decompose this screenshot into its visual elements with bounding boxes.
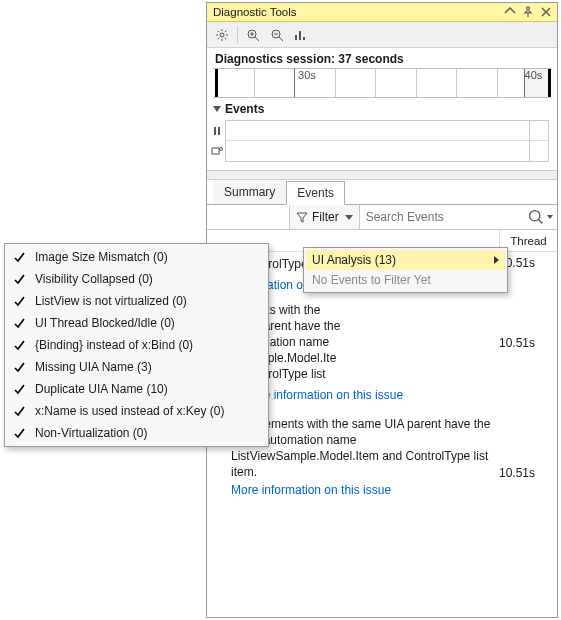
search-options-caret-icon[interactable]	[547, 215, 553, 219]
session-label: Diagnostics session: 37 seconds	[207, 48, 557, 68]
events-section-title: Events	[225, 102, 264, 116]
issue-row[interactable]: ments with the IA parent have the utomat…	[243, 302, 549, 382]
pause-icon[interactable]	[208, 125, 226, 137]
events-toolbar: Filter	[207, 204, 557, 230]
ruler-label-40s: 40s	[525, 69, 543, 81]
search-box[interactable]	[360, 205, 557, 229]
window-title: Diagnostic Tools	[213, 6, 297, 18]
check-icon	[13, 318, 25, 329]
filter-label: Filter	[312, 210, 339, 224]
category-item[interactable]: UI Thread Blocked/Idle (0)	[7, 312, 266, 334]
svg-point-0	[220, 33, 224, 37]
tab-strip: Summary Events	[207, 180, 557, 204]
category-item[interactable]: Missing UIA Name (3)	[7, 356, 266, 378]
zoom-out-icon[interactable]	[266, 24, 288, 46]
category-item[interactable]: x:Name is used instead of x:Key (0)	[7, 400, 266, 422]
check-icon	[13, 384, 25, 395]
issue-text-fragment: IA parent have the	[243, 318, 493, 334]
ruler-end-marker	[548, 69, 551, 97]
title-bar: Diagnostic Tools	[207, 3, 557, 22]
issue-text-fragment: utomation name	[243, 334, 493, 350]
chevron-down-icon	[345, 215, 353, 220]
category-label: Non-Virtualization (0)	[35, 426, 148, 440]
category-label: Visibility Collapsed (0)	[35, 272, 153, 286]
svg-point-4	[220, 148, 223, 151]
category-label: Missing UIA Name (3)	[35, 360, 152, 374]
check-icon	[13, 406, 25, 417]
toolbar-separator	[237, 26, 238, 44]
category-label: Duplicate UIA Name (10)	[35, 382, 168, 396]
menu-item-label: No Events to Filter Yet	[312, 273, 431, 287]
category-label: x:Name is used instead of x:Key (0)	[35, 404, 224, 418]
submenu-arrow-icon	[494, 256, 499, 264]
search-icon[interactable]	[527, 208, 545, 226]
svg-rect-3	[212, 148, 219, 154]
category-label: {Binding} instead of x:Bind (0)	[35, 338, 193, 352]
filter-menu: UI Analysis (13) No Events to Filter Yet	[303, 247, 508, 293]
chart-icon[interactable]	[290, 24, 312, 46]
menu-item-label: UI Analysis (13)	[312, 253, 396, 267]
category-label: Image Size Mismatch (0)	[35, 250, 168, 264]
issue-text-fragment: ments with the	[243, 302, 493, 318]
tab-events[interactable]: Events	[286, 181, 345, 205]
issue-text-fragment: ControlType list	[243, 366, 493, 382]
toolbar	[207, 22, 557, 48]
window-menu-icon[interactable]	[503, 5, 517, 19]
category-label: ListView is not virtualized (0)	[35, 294, 187, 308]
zoom-in-icon[interactable]	[242, 24, 264, 46]
check-icon	[13, 362, 25, 373]
close-icon[interactable]	[539, 5, 553, 19]
category-item[interactable]: Image Size Mismatch (0)	[7, 246, 266, 268]
issue-text: UIA Elements with the same UIA parent ha…	[231, 417, 490, 479]
settings-gear-icon[interactable]	[211, 24, 233, 46]
tab-summary[interactable]: Summary	[213, 180, 286, 204]
ui-analysis-submenu: Image Size Mismatch (0) Visibility Colla…	[4, 243, 269, 447]
timeline-ruler[interactable]: 30s 40s	[213, 68, 551, 98]
ruler-start-marker	[215, 69, 218, 97]
svg-point-5	[530, 211, 540, 221]
ruler-label-30s: 30s	[298, 69, 316, 81]
pin-icon[interactable]	[521, 5, 535, 19]
events-section-header[interactable]: Events	[207, 98, 557, 118]
category-item[interactable]: Non-Virtualization (0)	[7, 422, 266, 444]
more-info-link[interactable]: More information on this issue	[243, 388, 549, 402]
filter-menu-item-ui-analysis[interactable]: UI Analysis (13)	[306, 250, 505, 270]
category-item[interactable]: Visibility Collapsed (0)	[7, 268, 266, 290]
search-input[interactable]	[364, 209, 525, 225]
splitter[interactable]	[207, 170, 557, 180]
category-item[interactable]: ListView is not virtualized (0)	[7, 290, 266, 312]
events-track-grid	[225, 120, 549, 162]
issue-text-fragment: Sample.Model.Ite	[243, 350, 493, 366]
filter-button[interactable]: Filter	[289, 205, 360, 229]
category-label: UI Thread Blocked/Idle (0)	[35, 316, 175, 330]
category-item[interactable]: Duplicate UIA Name (10)	[7, 378, 266, 400]
category-item[interactable]: {Binding} instead of x:Bind (0)	[7, 334, 266, 356]
more-info-link[interactable]: More information on this issue	[231, 482, 493, 498]
funnel-icon	[296, 211, 308, 223]
check-icon	[13, 428, 25, 439]
filter-menu-item-no-events: No Events to Filter Yet	[306, 270, 505, 290]
intellitrace-icon[interactable]	[208, 145, 226, 157]
check-icon	[13, 252, 25, 263]
check-icon	[13, 274, 25, 285]
check-icon	[13, 340, 25, 351]
check-icon	[13, 296, 25, 307]
issue-time: 10.51s	[499, 416, 549, 480]
collapse-triangle-icon	[213, 106, 221, 112]
issue-time: 10.51s	[499, 302, 549, 350]
